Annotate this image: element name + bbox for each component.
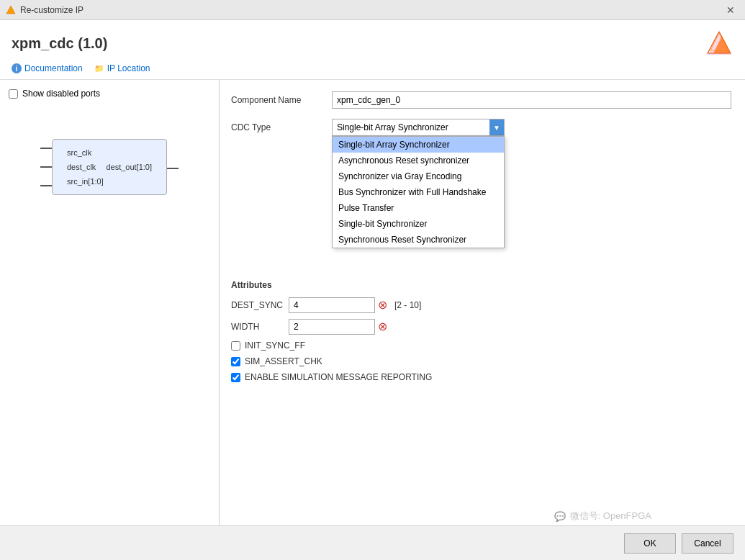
show-disabled-ports-row: Show disabled ports: [9, 89, 210, 99]
left-panel: Show disabled ports: [0, 80, 220, 539]
dropdown-item-1[interactable]: Asynchronous Reset synchronizer: [333, 153, 504, 168]
init-sync-ff-row: INIT_SYNC_FF: [231, 340, 733, 351]
sim-assert-chk-row: SIM_ASSERT_CHK: [231, 356, 733, 366]
sim-assert-chk-label: SIM_ASSERT_CHK: [245, 356, 322, 366]
app-small-icon: [6, 5, 16, 15]
cdc-type-label: CDC Type: [231, 122, 332, 132]
title-bar-left: Re-customize IP: [6, 5, 83, 15]
cdc-type-dropdown[interactable]: Single-bit Array Synchronizer ▼: [332, 119, 505, 136]
dropdown-item-3[interactable]: Bus Synchronizer with Full Handshake: [333, 184, 504, 200]
component-name-input[interactable]: [332, 91, 731, 109]
component-block: src_clk dest_clk dest_out[1:0] src_in[1:…: [52, 139, 167, 195]
attributes-section: Attributes DEST_SYNC ⊗ [2 - 10] WIDTH ⊗: [231, 280, 733, 382]
dropdown-arrow-icon: ▼: [489, 119, 504, 135]
show-disabled-ports-label: Show disabled ports: [22, 89, 100, 99]
vivado-logo-icon: [705, 29, 733, 58]
dest-sync-ff-input[interactable]: [289, 297, 375, 313]
src-in-connector: [40, 185, 52, 186]
cdc-type-dropdown-list: Single-bit Array Synchronizer Asynchrono…: [332, 136, 505, 248]
width-input[interactable]: [289, 319, 375, 335]
attributes-label: Attributes: [231, 280, 733, 290]
right-panel: Component Name CDC Type Single-bit Array…: [220, 80, 745, 539]
dest-clk-connector: [40, 166, 52, 168]
component-diagram: src_clk dest_clk dest_out[1:0] src_in[1:…: [9, 110, 210, 530]
dest-out-connector: [167, 168, 179, 169]
cdc-type-selected-text: Single-bit Array Synchronizer: [337, 122, 448, 132]
component-name-label: Component Name: [231, 95, 332, 105]
width-label: WIDTH: [231, 322, 289, 332]
init-sync-ff-checkbox[interactable]: [231, 341, 240, 351]
title-bar-title: Re-customize IP: [20, 5, 83, 15]
enable-sim-msg-label: ENABLE SIMULATION MESSAGE REPORTING: [245, 372, 432, 382]
close-button[interactable]: ✕: [722, 3, 739, 17]
dest-sync-ff-range: [2 - 10]: [394, 300, 421, 310]
init-sync-ff-label: INIT_SYNC_FF: [245, 340, 305, 351]
app-title-text: xpm_cdc (1.0): [12, 35, 107, 52]
dest-sync-ff-clear-button[interactable]: ⊗: [378, 299, 387, 311]
port-src-in: src_in[1:0]: [67, 177, 152, 186]
location-icon: 📁: [94, 64, 104, 73]
port-src-clk: src_clk: [67, 148, 152, 157]
enable-sim-msg-row: ENABLE SIMULATION MESSAGE REPORTING: [231, 372, 733, 382]
enable-sim-msg-checkbox[interactable]: [231, 373, 240, 382]
nav-links: i Documentation 📁 IP Location: [12, 63, 733, 73]
dropdown-item-4[interactable]: Pulse Transfer: [333, 200, 504, 216]
ok-button[interactable]: OK: [624, 533, 676, 554]
cdc-type-section: CDC Type Single-bit Array Synchronizer ▼…: [231, 119, 733, 136]
component-name-row: Component Name: [231, 91, 733, 109]
ip-location-link[interactable]: 📁 IP Location: [94, 63, 150, 73]
sim-assert-chk-checkbox[interactable]: [231, 357, 240, 366]
width-clear-button[interactable]: ⊗: [378, 321, 387, 333]
header-area: xpm_cdc (1.0) i Documentation 📁 IP Locat…: [0, 20, 745, 80]
dropdown-item-6[interactable]: Synchronous Reset Synchronizer: [333, 232, 504, 248]
port-dest-clk-dest-out: dest_clk dest_out[1:0]: [67, 163, 152, 171]
title-bar: Re-customize IP ✕: [0, 0, 745, 20]
show-disabled-ports-checkbox[interactable]: [9, 89, 18, 99]
cancel-button[interactable]: Cancel: [682, 533, 733, 554]
dest-sync-ff-row: DEST_SYNC ⊗ [2 - 10]: [231, 297, 733, 313]
main-content: Show disabled ports: [0, 80, 745, 539]
documentation-link[interactable]: i Documentation: [12, 63, 83, 73]
src-clk-connector: [40, 148, 52, 149]
dropdown-item-5[interactable]: Single-bit Synchronizer: [333, 216, 504, 232]
svg-marker-0: [6, 6, 15, 14]
app-title-row: xpm_cdc (1.0): [12, 29, 733, 58]
cdc-type-row: CDC Type Single-bit Array Synchronizer ▼: [231, 119, 733, 136]
dropdown-item-2[interactable]: Synchronizer via Gray Encoding: [333, 168, 504, 184]
dest-sync-ff-label: DEST_SYNC: [231, 300, 289, 310]
bottom-bar: OK Cancel: [0, 525, 745, 560]
width-row: WIDTH ⊗: [231, 319, 733, 335]
dropdown-item-0[interactable]: Single-bit Array Synchronizer: [333, 137, 504, 153]
info-icon: i: [12, 63, 22, 73]
